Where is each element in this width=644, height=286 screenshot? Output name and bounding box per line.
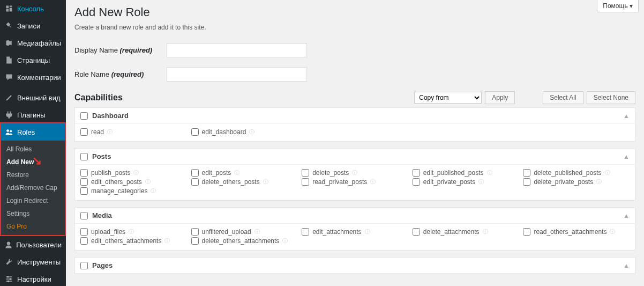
info-icon[interactable]: ⓘ xyxy=(234,169,239,177)
sidebar-item-label: Плагины xyxy=(17,111,46,119)
capability-read_private_posts: read_private_postsⓘ xyxy=(302,178,408,186)
sidebar-item-label: Страницы xyxy=(17,56,50,64)
capability-checkbox-delete_private_posts[interactable] xyxy=(523,178,530,186)
sidebar-item-plugin[interactable]: Плагины xyxy=(0,106,66,123)
capability-label: edit_published_posts xyxy=(423,169,484,177)
sidebar-item-label: Внешний вид xyxy=(17,94,61,102)
capability-checkbox-delete_others_posts[interactable] xyxy=(191,178,199,186)
submenu-item-add-remove-cap[interactable]: Add/Remove Cap xyxy=(1,181,65,194)
sidebar-item-pin[interactable]: Записи xyxy=(0,17,66,34)
info-icon[interactable]: ⓘ xyxy=(478,178,484,186)
capability-read_others_attachments: read_others_attachmentsⓘ xyxy=(523,228,630,236)
capabilities-header: Capabilities Copy from Apply Select All … xyxy=(74,91,635,104)
capability-label: read xyxy=(91,128,104,136)
capability-checkbox-edit_others_attachments[interactable] xyxy=(80,237,88,245)
sidebar-item-settings[interactable]: Настройки xyxy=(0,270,66,286)
capability-checkbox-delete_published_posts[interactable] xyxy=(523,169,530,177)
section-checkbox-posts[interactable] xyxy=(80,153,88,160)
section-checkbox-media[interactable] xyxy=(80,212,88,219)
capability-checkbox-manage_categories[interactable] xyxy=(80,187,88,195)
info-icon[interactable]: ⓘ xyxy=(151,187,156,195)
select-all-button[interactable]: Select All xyxy=(543,91,583,104)
submenu-item-restore[interactable]: Restore xyxy=(1,168,65,181)
info-icon[interactable]: ⓘ xyxy=(605,169,610,177)
capability-checkbox-unfiltered_upload[interactable] xyxy=(191,228,199,236)
role-name-label: Role Name (required) xyxy=(74,70,167,78)
capability-checkbox-upload_files[interactable] xyxy=(80,228,88,236)
sidebar-item-page[interactable]: Страницы xyxy=(0,52,66,69)
role-name-row: Role Name (required) xyxy=(74,67,635,82)
capability-checkbox-read[interactable] xyxy=(80,128,88,136)
capability-label: read_others_attachments xyxy=(534,228,606,236)
svg-point-2 xyxy=(7,241,10,245)
submenu-item-login-redirect[interactable]: Login Redirect xyxy=(1,194,65,207)
capability-checkbox-delete_attachments[interactable] xyxy=(413,228,420,236)
info-icon[interactable]: ⓘ xyxy=(129,228,134,236)
capability-checkbox-edit_others_posts[interactable] xyxy=(80,178,88,186)
copy-from-select[interactable]: Copy from xyxy=(414,92,482,104)
capability-checkbox-delete_posts[interactable] xyxy=(302,169,309,177)
info-icon[interactable]: ⓘ xyxy=(370,178,376,186)
sidebar-item-comment[interactable]: Комментарии xyxy=(0,69,66,86)
info-icon[interactable]: ⓘ xyxy=(365,228,370,236)
capability-checkbox-read_others_attachments[interactable] xyxy=(523,228,530,236)
submenu-item-settings[interactable]: Settings xyxy=(1,207,65,220)
sidebar-item-user[interactable]: Пользователи xyxy=(0,236,66,253)
info-icon[interactable]: ⓘ xyxy=(483,228,488,236)
pin-icon xyxy=(4,21,14,31)
sidebar-item-label: Пользователи xyxy=(16,241,62,249)
info-icon[interactable]: ⓘ xyxy=(145,178,151,186)
help-tab[interactable]: Помощь ▾ xyxy=(597,0,639,12)
capability-unfiltered_upload: unfiltered_uploadⓘ xyxy=(191,228,298,236)
apply-button[interactable]: Apply xyxy=(485,91,515,104)
info-icon[interactable]: ⓘ xyxy=(596,178,602,186)
settings-icon xyxy=(4,274,14,284)
sidebar-item-label: Настройки xyxy=(17,275,51,283)
info-icon[interactable]: ⓘ xyxy=(133,169,139,177)
capability-edit_others_attachments: edit_others_attachmentsⓘ xyxy=(80,237,187,245)
section-toggle[interactable]: ▲ xyxy=(623,262,630,269)
info-icon[interactable]: ⓘ xyxy=(487,169,492,177)
capability-label: delete_others_attachments xyxy=(202,237,280,245)
capability-delete_others_attachments: delete_others_attachmentsⓘ xyxy=(191,237,298,245)
sidebar-item-appearance[interactable]: Внешний вид xyxy=(0,89,66,106)
section-checkbox-dashboard[interactable] xyxy=(80,112,88,120)
info-icon[interactable]: ⓘ xyxy=(164,237,170,245)
capability-checkbox-edit_published_posts[interactable] xyxy=(413,169,420,177)
capability-checkbox-edit_dashboard[interactable] xyxy=(191,128,199,136)
capability-checkbox-read_private_posts[interactable] xyxy=(302,178,309,186)
section-toggle[interactable]: ▲ xyxy=(623,112,630,120)
capability-label: edit_dashboard xyxy=(202,128,246,136)
submenu-item-go-pro[interactable]: Go Pro xyxy=(1,220,65,233)
select-none-button[interactable]: Select None xyxy=(587,91,635,104)
info-icon[interactable]: ⓘ xyxy=(352,169,357,177)
sidebar-item-tools[interactable]: Инструменты xyxy=(0,253,66,270)
role-name-input[interactable] xyxy=(167,67,307,82)
tools-icon xyxy=(4,257,14,267)
info-icon[interactable]: ⓘ xyxy=(107,128,113,136)
info-icon[interactable]: ⓘ xyxy=(282,237,288,245)
info-icon[interactable]: ⓘ xyxy=(249,128,254,136)
main-content: Помощь ▾ Add New Role Create a brand new… xyxy=(66,0,644,286)
capability-checkbox-edit_attachments[interactable] xyxy=(302,228,309,236)
capability-checkbox-edit_posts[interactable] xyxy=(191,169,199,177)
capability-label: manage_categories xyxy=(91,187,147,195)
capability-label: publish_posts xyxy=(91,169,130,177)
display-name-input[interactable] xyxy=(167,43,307,57)
info-icon[interactable]: ⓘ xyxy=(263,178,268,186)
display-name-row: Display Name (required) xyxy=(74,43,635,57)
sidebar-item-users[interactable]: Roles xyxy=(0,123,66,141)
section-checkbox-pages[interactable] xyxy=(80,262,88,269)
section-toggle[interactable]: ▲ xyxy=(623,153,630,160)
capability-checkbox-delete_others_attachments[interactable] xyxy=(191,237,199,245)
section-header: Pages▲ xyxy=(75,258,635,274)
submenu-item-all-roles[interactable]: All Roles xyxy=(1,143,65,156)
submenu-item-add-new[interactable]: Add New xyxy=(1,156,65,168)
sidebar-item-media[interactable]: Медиафайлы xyxy=(0,34,66,52)
info-icon[interactable]: ⓘ xyxy=(610,228,615,236)
section-toggle[interactable]: ▲ xyxy=(623,212,630,219)
capability-checkbox-edit_private_posts[interactable] xyxy=(413,178,420,186)
sidebar-item-dashboard[interactable]: Консоль xyxy=(0,0,66,17)
info-icon[interactable]: ⓘ xyxy=(254,228,260,236)
capability-checkbox-publish_posts[interactable] xyxy=(80,169,88,177)
